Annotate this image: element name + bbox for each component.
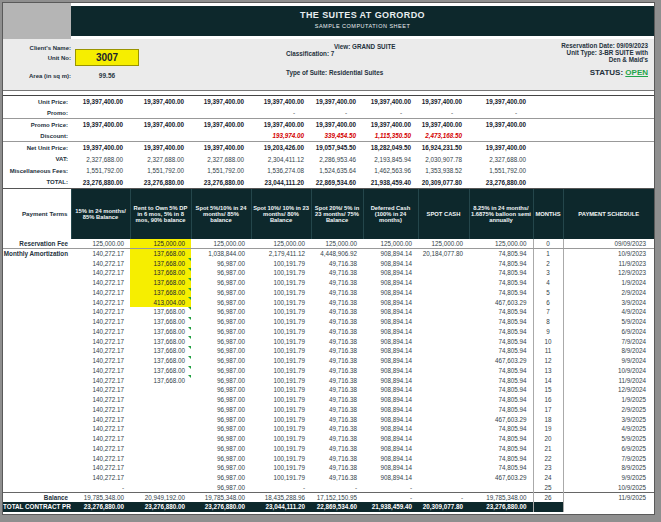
schedule-cell: 74,805.94 <box>469 317 533 327</box>
payment-term-header: SPOT CASH <box>418 189 469 239</box>
date-cell: 09/09/2023 <box>563 239 654 249</box>
pricing-cell: 18,282,049.50 <box>363 142 418 154</box>
payment-term-header: Spot 5%/10% in 24 months/ 85% balance <box>191 189 251 239</box>
date-cell: 11/9/2024 <box>563 375 654 385</box>
pricing-cell: 1,353,938.52 <box>418 165 469 177</box>
schedule-cell: 140,272.17 <box>71 375 130 385</box>
schedule-cell: 74,805.94 <box>469 327 533 337</box>
months-cell: 20 <box>533 434 563 444</box>
schedule-cell: 49,716.38 <box>311 268 363 278</box>
schedule-cell: 100,191.79 <box>251 317 311 327</box>
date-cell: 12/9/2024 <box>563 385 654 395</box>
schedule-cell <box>418 375 469 385</box>
pricing-cell: 19,397,400.00 <box>251 119 311 131</box>
date-cell: 9/9/2024 <box>563 356 654 366</box>
schedule-cell[interactable]: 137,668.00 <box>130 249 191 259</box>
schedule-cell[interactable]: 137,668.00 <box>130 258 191 268</box>
schedule-cell: 908,894.14 <box>363 297 418 307</box>
schedule-cell[interactable]: 125,000.00 <box>130 239 191 249</box>
schedule-cell: - <box>363 492 418 502</box>
window-frame: THE SUITES AT GORORDO SAMPLE COMPUTATION… <box>0 0 661 522</box>
schedule-cell: 137,668.00 <box>130 346 191 356</box>
months-cell: 23 <box>533 463 563 473</box>
schedule-cell: 100,191.79 <box>251 375 311 385</box>
pricing-row: Miscellaneous Fees:1,551,792.001,551,792… <box>3 165 654 177</box>
schedule-cell: 467,603.29 <box>469 297 533 307</box>
classification-value: Classification: 7 <box>286 50 486 57</box>
date-cell: 4/9/2024 <box>563 307 654 317</box>
schedule-cell: 49,716.38 <box>311 424 363 434</box>
schedule-cell: 140,272.17 <box>71 258 130 268</box>
pricing-cell: 23,044,111.20 <box>251 177 311 189</box>
schedule-cell[interactable]: 413,004.00 <box>130 297 191 307</box>
pricing-cell: 19,397,400.00 <box>71 119 130 131</box>
date-cell: 7/9/2025 <box>563 453 654 463</box>
schedule-cell: 137,668.00 <box>130 307 191 317</box>
pricing-cell: 1,551,792.00 <box>71 165 130 177</box>
schedule-row: 140,272.17137,668.0096,987.00100,191.794… <box>3 346 654 356</box>
unit-type-line2: Den & Maid's <box>463 56 648 63</box>
schedule-cell: 137,668.00 <box>130 317 191 327</box>
unit-no-value[interactable]: 3007 <box>75 49 139 66</box>
schedule-row-label <box>3 434 71 444</box>
mid-info: View: GRAND SUITE Classification: 7 Type… <box>286 43 486 76</box>
pricing-row-label: Miscellaneous Fees: <box>3 165 71 177</box>
schedule-cell: 908,894.14 <box>363 395 418 405</box>
schedule-cell: 100,191.79 <box>251 385 311 395</box>
schedule-cell: - <box>418 492 469 502</box>
schedule-row: 140,272.17137,668.0096,987.00100,191.794… <box>3 278 654 288</box>
pricing-months-spacer <box>533 177 563 189</box>
schedule-cell: 96,987.00 <box>191 473 251 483</box>
pricing-cell: 19,397,400.00 <box>418 96 469 108</box>
schedule-cell: 20,184,077.80 <box>418 249 469 259</box>
unit-no-label: Unit No: <box>5 55 71 61</box>
schedule-cell <box>418 463 469 473</box>
months-cell: 18 <box>533 414 563 424</box>
schedule-cell[interactable]: 137,668.00 <box>130 288 191 298</box>
payment-term-header: 15% in 24 months/ 85% Balance <box>71 189 130 239</box>
pricing-cell: 1,462,563.96 <box>363 165 418 177</box>
schedule-cell[interactable]: 137,668.00 <box>130 268 191 278</box>
schedule-cell: 125,000.00 <box>469 239 533 249</box>
schedule-cell: 908,894.14 <box>363 453 418 463</box>
schedule-cell: 74,805.94 <box>469 405 533 415</box>
schedule-row-label <box>3 278 71 288</box>
pricing-cell: 19,203,426.00 <box>251 142 311 154</box>
schedule-cell: 467,603.29 <box>469 473 533 483</box>
schedule-cell: 140,272.17 <box>71 288 130 298</box>
schedule-cell: 140,272.17 <box>71 249 130 259</box>
schedule-cell <box>418 414 469 424</box>
schedule-cell <box>418 395 469 405</box>
pricing-cell: 19,397,400.00 <box>469 96 533 108</box>
schedule-cell <box>418 444 469 454</box>
pricing-cell: 1,551,792.00 <box>469 165 533 177</box>
schedule-cell: 125,000.00 <box>251 239 311 249</box>
pricing-cell <box>71 107 130 119</box>
schedule-cell: 96,987.00 <box>191 414 251 424</box>
schedule-cell: 49,716.38 <box>311 405 363 415</box>
info-section: Client's Name: Unit No: Area (in sq m): … <box>3 39 654 91</box>
schedule-row-label <box>3 356 71 366</box>
schedule-cell: 19,785,348.00 <box>191 492 251 502</box>
pricing-schedule-spacer <box>563 107 654 119</box>
payment-term-header: Spot 20%/ 5% in 23 months/ 75% Balance <box>311 189 363 239</box>
pricing-cell: 22,869,534.60 <box>311 177 363 189</box>
schedule-row: 140,272.1796,987.00100,191.7949,716.3890… <box>3 463 654 473</box>
schedule-cell[interactable]: 137,668.00 <box>130 278 191 288</box>
schedule-cell: 74,805.94 <box>469 444 533 454</box>
schedule-cell: 4,448,906.92 <box>311 249 363 259</box>
total-contract-price-label: TOTAL CONTRACT PRICE <box>3 502 71 512</box>
date-cell: 8/9/2025 <box>563 463 654 473</box>
payment-schedule-header: PAYMENT SCHEDULE <box>563 189 654 239</box>
pricing-cell: 19,397,400.00 <box>469 119 533 131</box>
pricing-row: Promo:----- <box>3 107 654 119</box>
schedule-row-label: Balance <box>3 492 71 502</box>
schedule-row-label <box>3 385 71 395</box>
months-cell: 22 <box>533 453 563 463</box>
schedule-cell: 908,894.14 <box>363 356 418 366</box>
schedule-cell: 100,191.79 <box>251 405 311 415</box>
schedule-row: 140,272.17137,668.0096,987.00100,191.794… <box>3 288 654 298</box>
months-cell: 15 <box>533 385 563 395</box>
pricing-cell: 2,327,688.00 <box>191 153 251 165</box>
schedule-row: 140,272.17413,004.0096,987.00100,191.794… <box>3 297 654 307</box>
